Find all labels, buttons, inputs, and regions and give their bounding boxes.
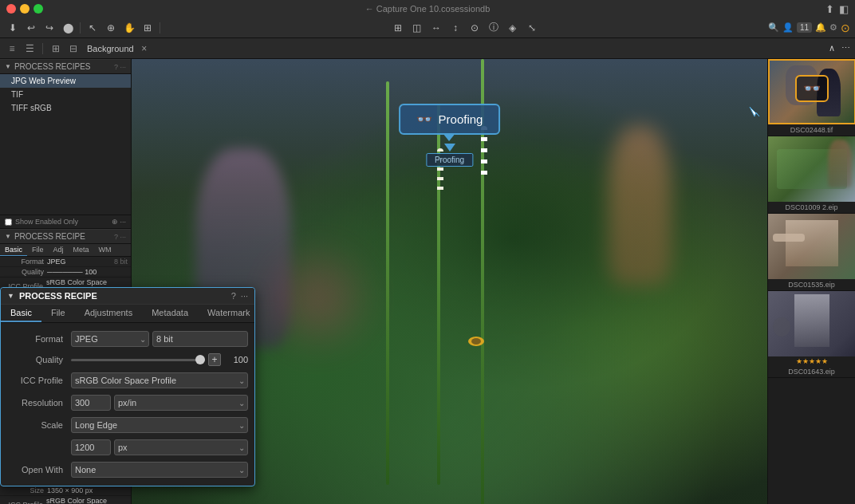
thumb-label-3: DSC01535.eip — [768, 279, 855, 290]
mini-format-value: JPEG — [47, 258, 66, 266]
search-icon[interactable]: 🔍 — [768, 22, 779, 33]
recipe-name: TIF — [11, 90, 23, 99]
cursor-icon[interactable]: ↖ — [85, 20, 100, 36]
thumb-stars-4: ★★★★★ — [768, 356, 855, 366]
person-sim-4 — [794, 294, 829, 347]
tab-file[interactable]: File — [41, 305, 75, 322]
fullscreen-button[interactable] — [33, 4, 43, 14]
import-icon[interactable]: ⬇ — [5, 20, 21, 36]
bpr-more-icon[interactable]: ··· — [241, 291, 248, 301]
fliph-icon[interactable]: ↕ — [447, 20, 463, 36]
tab-watermark[interactable]: Watermark — [198, 305, 259, 322]
ps-size-label: Size — [3, 486, 47, 494]
thumb-label-4: DSC01643.eip — [768, 366, 855, 377]
format-select[interactable]: JPEG TIFF PNG — [71, 331, 149, 347]
recipe-item-tif[interactable]: TIF — [0, 88, 131, 101]
separator — [42, 43, 43, 54]
sidebar-toggle-icon[interactable]: ◧ — [839, 3, 849, 15]
grid-icon[interactable]: ⊞ — [390, 20, 406, 36]
expand-icon[interactable]: ∧ — [829, 43, 835, 53]
resolution-input[interactable] — [71, 395, 111, 411]
toolbar-right: 🔍 👤 11 🔔 ⚙ ⊙ — [768, 22, 850, 34]
mini-tab-wm[interactable]: WM — [94, 244, 116, 256]
recipe-item-jpg-web[interactable]: JPG Web Preview — [0, 74, 131, 88]
mini-tab-meta[interactable]: Meta — [69, 244, 94, 256]
glasses-icon-overlay: 👓 — [803, 81, 821, 96]
show-enabled-checkbox[interactable] — [5, 219, 12, 226]
mini-tab-adj[interactable]: Adj — [49, 244, 69, 256]
separator2 — [160, 22, 160, 33]
redo-icon[interactable]: ↪ — [41, 20, 57, 36]
collapse-triangle[interactable]: ▼ — [5, 63, 11, 70]
bpr-scale-control: Long Edge Short Edge Width Height Megapi… — [71, 417, 248, 433]
collapse-triangle2[interactable]: ▼ — [5, 233, 11, 240]
person-sim-3 — [786, 220, 838, 266]
flipv-icon[interactable]: ↔ — [428, 20, 444, 36]
process-recipes-label: PROCESS RECIPES — [14, 62, 91, 71]
thumbnail-2[interactable]: Q DSC01009 2.eip — [768, 136, 855, 214]
crop-icon[interactable]: ⊞ — [140, 20, 156, 36]
openwith-select[interactable]: None Photoshop — [71, 462, 248, 478]
ps-size-value: 1350 × 900 px — [47, 486, 93, 494]
scale-unit-select[interactable]: px in cm — [114, 439, 248, 455]
pr-options[interactable]: ? ··· — [114, 233, 126, 241]
glasses-icon: 👓 — [416, 112, 432, 127]
remove-icon[interactable]: ⊟ — [66, 41, 81, 56]
enabled-options[interactable]: ⊕ ··· — [112, 218, 126, 226]
thumb-image-1: 👓 — [768, 59, 855, 124]
mini-tab-file[interactable]: File — [27, 244, 49, 256]
close-button[interactable] — [6, 4, 16, 14]
icc-select-wrap: sRGB Color Space Profile AdobeRGB — [71, 372, 248, 388]
secondary-toolbar: ≡ ☰ ⊞ ⊟ Background × ∧ ⋯ — [0, 38, 855, 59]
zoom-icon[interactable]: ⊕ — [103, 20, 119, 36]
icc-select[interactable]: sRGB Color Space Profile AdobeRGB — [71, 372, 248, 388]
mask-icon[interactable]: ◈ — [505, 20, 521, 36]
overlay-icon[interactable]: ⊙ — [467, 20, 483, 36]
person-sim — [828, 140, 852, 187]
tab-adjustments[interactable]: Adjustments — [75, 305, 143, 322]
filter-icon[interactable]: ⤡ — [524, 20, 540, 36]
thumbnail-3[interactable]: DSC01535.eip — [768, 214, 855, 291]
layers-icon[interactable]: ☰ — [22, 41, 37, 56]
compare-icon[interactable]: ◫ — [409, 20, 425, 36]
undo-icon[interactable]: ↩ — [23, 20, 39, 36]
info-icon[interactable]: ⓘ — [486, 20, 502, 36]
recipe-options[interactable]: ? ··· — [114, 63, 126, 71]
minimize-button[interactable] — [20, 4, 30, 14]
scale-value-input[interactable] — [71, 439, 111, 455]
share-icon[interactable]: ⬆ — [825, 3, 834, 15]
recipe-item-tiff-srgb[interactable]: TIFF sRGB — [0, 101, 131, 115]
collapse-icon[interactable]: × — [137, 41, 152, 56]
panels-icon[interactable]: ≡ — [5, 41, 19, 56]
resolution-unit-select[interactable]: px/in px/cm px/m — [114, 395, 248, 411]
proofing-small-label: Proofing — [426, 153, 473, 167]
bpr-collapse-triangle[interactable]: ▼ — [7, 292, 14, 300]
detail-4 — [773, 317, 790, 337]
cursor-indicator — [748, 105, 761, 118]
bpr-help-icon[interactable]: ? — [231, 291, 236, 301]
alerts-icon[interactable]: 🔔 — [815, 22, 826, 33]
scale-select[interactable]: Long Edge Short Edge Width Height Megapi… — [71, 417, 248, 433]
quality-slider[interactable] — [71, 359, 205, 361]
bpr-openwith-label: Open With — [7, 465, 71, 474]
show-enabled-only-row: Show Enabled Only ⊕ ··· — [0, 215, 131, 229]
circle-icon[interactable]: ⬤ — [60, 20, 76, 36]
profile-icon[interactable]: 👤 — [782, 22, 794, 33]
pan-icon[interactable]: ✋ — [121, 20, 137, 36]
quality-slider-row: + 100 — [71, 353, 248, 366]
thumbnail-1[interactable]: 👓 DSC02448.tif — [768, 59, 855, 136]
right-sidebar: 👓 DSC02448.tif Q DSC01009 2.eip DSC015 — [767, 59, 855, 504]
mini-tab-basic[interactable]: Basic — [0, 244, 27, 256]
bit-depth-select[interactable]: 8 bit 16 bit — [152, 331, 248, 347]
bpr-openwith-row: Open With None Photoshop — [1, 459, 254, 481]
settings-icon[interactable]: ⚙ — [829, 22, 837, 33]
connection-icon[interactable]: ⊙ — [841, 22, 850, 34]
separator — [80, 22, 81, 33]
thumbnail-4[interactable]: ★★★★★ DSC01643.eip — [768, 291, 855, 378]
tab-metadata[interactable]: Metadata — [142, 305, 198, 322]
quality-plus-button[interactable]: + — [208, 353, 221, 366]
ps-icc-row: ICC Profile sRGB Color Space Profile — [0, 496, 131, 504]
add-icon[interactable]: ⊞ — [49, 41, 63, 56]
more-icon[interactable]: ⋯ — [841, 43, 850, 53]
tab-basic[interactable]: Basic — [1, 305, 41, 322]
